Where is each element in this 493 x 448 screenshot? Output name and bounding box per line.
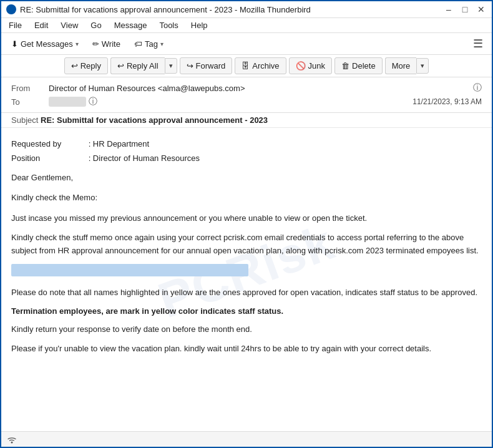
- action-bar: ↩ Reply ↩ Reply All ▾ ↪ Forward 🗄 Archiv…: [1, 55, 492, 77]
- main-window: RE: Submittal for vacations approval ann…: [0, 0, 493, 448]
- delete-icon: 🗑: [341, 61, 349, 71]
- requested-by-value: HR Department: [93, 139, 149, 149]
- position-value: Director of Human Resources: [93, 153, 200, 163]
- position-line: Position : Director of Human Resources: [11, 152, 482, 165]
- reply-all-icon: ↩: [117, 61, 124, 71]
- more-group: More ▾: [385, 57, 429, 74]
- subject-row: Subject RE: Submittal for vacations appr…: [1, 113, 492, 128]
- svg-point-1: [11, 442, 13, 444]
- archive-label: Archive: [252, 61, 279, 71]
- menu-help[interactable]: Help: [188, 19, 210, 31]
- to-label: To: [11, 97, 49, 107]
- from-row: From Director of Human Resources <alma@l…: [11, 81, 482, 95]
- junk-label: Junk: [308, 61, 325, 71]
- tag-label: Tag: [145, 39, 158, 49]
- minimize-button[interactable]: –: [443, 4, 454, 15]
- write-icon: ✏: [92, 39, 99, 49]
- get-messages-label: Get Messages: [21, 39, 73, 49]
- title-bar: RE: Submittal for vacations approval ann…: [1, 1, 492, 18]
- title-bar-controls: – □ ✕: [443, 4, 487, 15]
- status-bar: [1, 431, 492, 447]
- link-bar[interactable]: [11, 264, 248, 276]
- from-label: From: [11, 84, 49, 93]
- email-body: PCRisk Requested by : HR Department Posi…: [1, 128, 492, 431]
- archive-button[interactable]: 🗄 Archive: [235, 57, 286, 74]
- bold-note: Termination employees, are mark in yello…: [11, 305, 482, 318]
- get-messages-button[interactable]: ⬇ Get Messages ▾: [6, 37, 84, 51]
- colon1: :: [89, 139, 93, 149]
- from-info-icon[interactable]: ⓘ: [473, 82, 482, 94]
- reply-all-label: Reply All: [127, 61, 159, 71]
- to-info-icon[interactable]: ⓘ: [89, 96, 97, 107]
- subject-value: RE: Submittal for vacations approval ann…: [41, 115, 268, 125]
- get-messages-icon: ⬇: [11, 39, 18, 49]
- body-para-1: Just incase you missed my previous annou…: [11, 212, 482, 225]
- menu-go[interactable]: Go: [88, 19, 104, 31]
- forward-button[interactable]: ↪ Forward: [180, 57, 233, 74]
- reply-all-group: ↩ Reply All ▾: [110, 57, 177, 74]
- body-para-5: Please if you'r unable to view the vacat…: [11, 343, 482, 356]
- to-avatar: [49, 97, 86, 107]
- delete-label: Delete: [352, 61, 376, 71]
- colon2: :: [89, 153, 93, 163]
- menu-file[interactable]: File: [6, 19, 24, 31]
- to-row: To ⓘ 11/21/2023, 9:13 AM: [11, 95, 482, 109]
- junk-button[interactable]: 🚫 Junk: [289, 57, 332, 74]
- menu-message[interactable]: Message: [112, 19, 150, 31]
- reply-label: Reply: [81, 61, 101, 71]
- greeting: Dear Gentlemen,: [11, 172, 482, 185]
- hamburger-menu-button[interactable]: ☰: [469, 36, 487, 52]
- tag-chevron-icon: ▾: [160, 41, 164, 47]
- svg-point-0: [9, 7, 14, 12]
- menu-view[interactable]: View: [58, 19, 81, 31]
- more-chevron-button[interactable]: ▾: [416, 58, 429, 74]
- toolbar: ⬇ Get Messages ▾ ✏ Write 🏷 Tag ▾ ☰: [1, 33, 492, 55]
- write-label: Write: [102, 39, 120, 49]
- menu-edit[interactable]: Edit: [32, 19, 51, 31]
- reply-all-button[interactable]: ↩ Reply All: [110, 57, 165, 74]
- menu-tools[interactable]: Tools: [157, 19, 180, 31]
- tag-icon: 🏷: [134, 39, 142, 49]
- email-date: 11/21/2023, 9:13 AM: [412, 97, 482, 106]
- reply-all-chevron-button[interactable]: ▾: [165, 58, 177, 74]
- forward-label: Forward: [196, 61, 226, 71]
- archive-icon: 🗄: [242, 61, 250, 71]
- close-button[interactable]: ✕: [476, 4, 487, 15]
- meta-block: Requested by : HR Department Position : …: [11, 138, 482, 165]
- position-label: Position: [11, 152, 86, 165]
- more-button[interactable]: More: [385, 57, 417, 74]
- email-header: From Director of Human Resources <alma@l…: [1, 77, 492, 113]
- forward-icon: ↪: [187, 61, 193, 71]
- requested-by-line: Requested by : HR Department: [11, 138, 482, 151]
- body-para-2: Kindly check the stuff memo once again u…: [11, 231, 482, 258]
- more-label: More: [392, 61, 411, 71]
- body-para-3: Please do note that all names highlighte…: [11, 286, 482, 299]
- menu-bar: File Edit View Go Message Tools Help: [1, 18, 492, 33]
- window-title: RE: Submittal for vacations approval ann…: [20, 5, 311, 14]
- requested-by-label: Requested by: [11, 138, 86, 151]
- write-button[interactable]: ✏ Write: [87, 37, 125, 51]
- reply-button[interactable]: ↩ Reply: [64, 57, 108, 74]
- delete-button[interactable]: 🗑 Delete: [334, 57, 383, 74]
- subject-label: Subject: [11, 115, 38, 125]
- tag-button[interactable]: 🏷 Tag ▾: [129, 37, 168, 51]
- wifi-icon: [6, 434, 17, 445]
- maximize-button[interactable]: □: [459, 4, 471, 15]
- reply-icon: ↩: [71, 61, 78, 71]
- memo-intro: Kindly check the Memo:: [11, 192, 482, 205]
- junk-icon: 🚫: [296, 61, 306, 71]
- app-icon: [6, 4, 16, 14]
- get-messages-chevron-icon: ▾: [76, 41, 79, 47]
- from-value: Director of Human Resources <alma@lawepu…: [49, 84, 471, 93]
- body-para-4: Kindly return your response to verify da…: [11, 323, 482, 336]
- title-bar-left: RE: Submittal for vacations approval ann…: [6, 4, 311, 14]
